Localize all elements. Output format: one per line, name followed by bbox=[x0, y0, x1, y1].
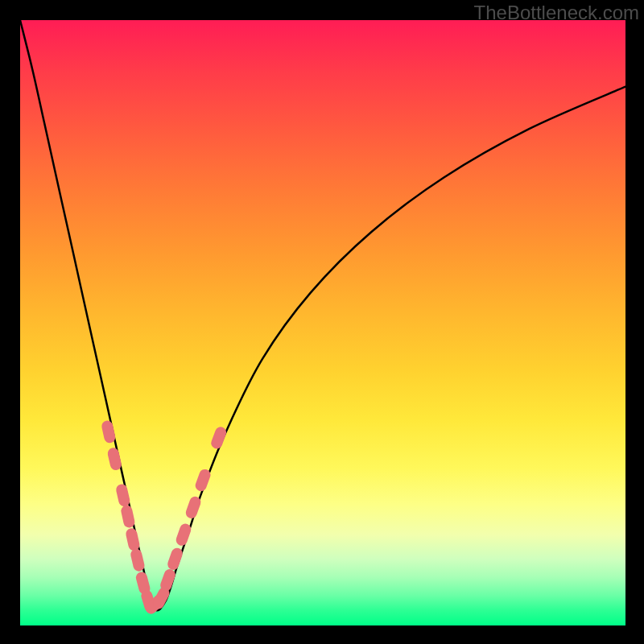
bead-left bbox=[115, 483, 131, 507]
curve-svg bbox=[20, 20, 625, 625]
watermark-text: TheBottleneck.com bbox=[474, 2, 639, 24]
bead-left bbox=[120, 504, 136, 528]
bead-left bbox=[101, 419, 117, 444]
chart-frame: TheBottleneck.com bbox=[0, 0, 644, 644]
bead-left bbox=[130, 548, 146, 572]
plot-area bbox=[20, 20, 625, 625]
bottleneck-curve bbox=[20, 20, 625, 610]
bead-right bbox=[166, 547, 184, 572]
bead-left bbox=[125, 527, 141, 551]
bead-left bbox=[106, 447, 122, 471]
beads-group bbox=[101, 419, 228, 616]
bead-right bbox=[209, 425, 228, 450]
